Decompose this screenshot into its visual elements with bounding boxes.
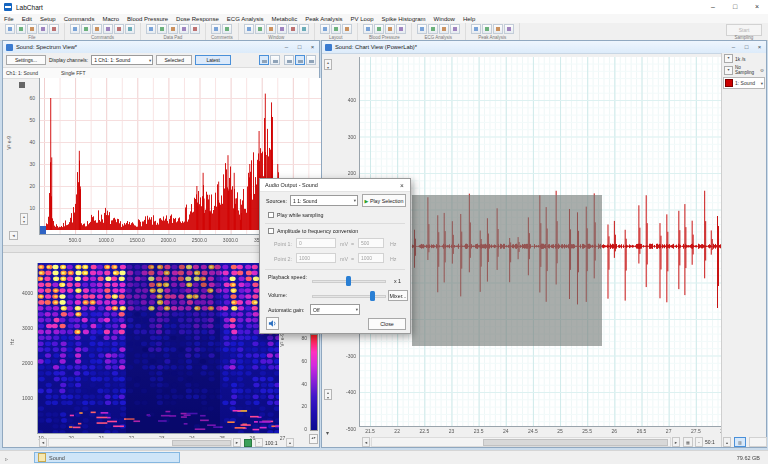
new-file-icon[interactable] <box>5 24 15 34</box>
point1-value-field[interactable]: 0 <box>296 238 336 248</box>
menu-metabolic[interactable]: Metabolic <box>267 16 301 22</box>
print-icon[interactable] <box>38 24 48 34</box>
peak-report-icon[interactable] <box>504 24 514 34</box>
peak-settings-icon[interactable] <box>471 24 481 34</box>
scroll-follow-button[interactable]: ▥ <box>734 437 746 447</box>
menu-macro[interactable]: Macro <box>98 16 123 22</box>
bp-report-icon[interactable] <box>396 24 406 34</box>
spectrogram-plot[interactable] <box>38 263 279 433</box>
maximize-icon[interactable]: □ <box>724 0 746 14</box>
gear-icon[interactable]: ⚙ <box>760 68 764 73</box>
stack-view-icon[interactable] <box>259 55 269 65</box>
menu-help[interactable]: Help <box>459 16 479 22</box>
ecg-view-icon[interactable] <box>428 24 438 34</box>
menu-dose-response[interactable]: Dose Response <box>172 16 223 22</box>
menu-commands[interactable]: Commands <box>60 16 99 22</box>
chart-window-titlebar[interactable]: Sound: Chart View (PowerLab)* – □ × <box>322 41 766 54</box>
peak-table-icon[interactable] <box>493 24 503 34</box>
find-icon[interactable] <box>81 24 91 34</box>
colorbar-spinner[interactable]: ▴▾ <box>309 434 318 444</box>
layout-single-icon[interactable] <box>320 24 330 34</box>
close-icon[interactable]: × <box>753 42 766 53</box>
zoom-in-icon[interactable]: ▴ <box>723 437 731 447</box>
scroll-left-icon[interactable]: ◄ <box>362 437 370 447</box>
menu-setup[interactable]: Setup <box>36 16 60 22</box>
fft-scale-spinner[interactable]: ▴▾ <box>20 213 28 225</box>
maximize-icon[interactable]: □ <box>740 42 753 53</box>
scrollbar-thumb[interactable] <box>483 439 668 446</box>
channel-options-button[interactable] <box>19 82 25 88</box>
ecg-report-icon[interactable] <box>450 24 460 34</box>
marker-icon[interactable] <box>114 24 124 34</box>
point2-freq-field[interactable]: 1000 <box>358 253 384 263</box>
volume-thumb[interactable] <box>370 291 375 301</box>
selected-button[interactable]: Selected <box>156 55 192 65</box>
amplitude-spinner-top[interactable]: ▴▾ <box>324 59 332 70</box>
play-while-sampling-checkbox[interactable] <box>268 212 274 218</box>
chart-scrollbar[interactable] <box>371 437 671 447</box>
dialog-close-button[interactable]: Close <box>368 318 406 330</box>
peak-view-icon[interactable] <box>482 24 492 34</box>
scroll-right-icon[interactable]: ► <box>672 437 680 447</box>
select-icon[interactable] <box>103 24 113 34</box>
ecg-table-icon[interactable] <box>439 24 449 34</box>
amplitude-spinner-bottom[interactable]: ▴▾ <box>324 389 332 400</box>
amp-freq-checkbox[interactable] <box>268 228 274 234</box>
datapad-clear-icon[interactable] <box>179 24 189 34</box>
menu-window[interactable]: Window <box>430 16 459 22</box>
autoscale-icon[interactable] <box>295 55 305 65</box>
save-icon[interactable] <box>27 24 37 34</box>
datapad-export-icon[interactable] <box>190 24 200 34</box>
chevron-down-icon[interactable]: ▾ <box>761 81 763 86</box>
layout-split-icon[interactable] <box>331 24 341 34</box>
point2-value-field[interactable]: 1000 <box>296 253 336 263</box>
menu-spike-histogram[interactable]: Spike Histogram <box>378 16 430 22</box>
spectrogram-scrollbar[interactable] <box>48 438 232 447</box>
zoom-out-icon[interactable]: − <box>255 438 263 447</box>
close-icon[interactable]: × <box>394 182 410 189</box>
scroll-left-icon[interactable]: ◄ <box>39 438 47 447</box>
bp-view-icon[interactable] <box>374 24 384 34</box>
add-comment-icon[interactable] <box>70 24 80 34</box>
chart-view-icon[interactable] <box>266 24 276 34</box>
channel-row[interactable]: 1: Sound ▾ <box>723 77 765 89</box>
minimize-icon[interactable]: – <box>280 42 293 53</box>
bp-table-icon[interactable] <box>385 24 395 34</box>
channel-select[interactable]: 1 Ch1: 1: Sound ▾ <box>91 55 153 65</box>
bp-settings-icon[interactable] <box>363 24 373 34</box>
dialog-titlebar[interactable]: Audio Output - Sound × <box>260 179 410 192</box>
speaker-button[interactable] <box>266 317 279 330</box>
rate-dropdown-icon[interactable]: ▾ <box>724 54 733 63</box>
layout-grid-icon[interactable] <box>342 24 352 34</box>
spectrogram-mode-icon[interactable] <box>244 439 252 447</box>
scrollbar-thumb[interactable] <box>172 440 231 446</box>
menu-pv-loop[interactable]: PV Loop <box>347 16 378 22</box>
point1-freq-field[interactable]: 500 <box>358 238 384 248</box>
menu-blood-pressure[interactable]: Blood Pressure <box>123 16 172 22</box>
menu-file[interactable]: File <box>0 16 18 22</box>
cursor-mode-icon[interactable] <box>306 55 316 65</box>
maximize-icon[interactable]: □ <box>293 42 306 53</box>
grid-toggle-icon[interactable] <box>284 55 294 65</box>
minimize-icon[interactable]: – <box>727 42 740 53</box>
close-icon[interactable]: × <box>306 42 319 53</box>
auto-gain-select[interactable]: Off ▾ <box>310 304 360 315</box>
play-selection-button[interactable]: ▶ Play Selection <box>362 194 406 207</box>
zoom-out-icon[interactable]: − <box>695 437 703 447</box>
source-select[interactable]: 1 1: Sound ▾ <box>290 195 358 206</box>
app-titlebar[interactable]: LabChart – □ × <box>0 0 768 14</box>
datapad-options-icon[interactable] <box>168 24 178 34</box>
menu-peak-analysis[interactable]: Peak Analysis <box>301 16 346 22</box>
comment-list-icon[interactable] <box>222 24 232 34</box>
overlay-view-icon[interactable] <box>270 55 280 65</box>
ecg-settings-icon[interactable] <box>417 24 427 34</box>
settings-button[interactable]: Settings... <box>6 55 46 65</box>
goto-icon[interactable] <box>92 24 102 34</box>
minimize-icon[interactable]: – <box>702 0 724 14</box>
datapad-view-icon[interactable] <box>146 24 156 34</box>
document-tab-sound[interactable]: Sound <box>34 452 180 463</box>
pin-icon[interactable]: ▹ <box>5 455 8 462</box>
datapad-add-icon[interactable] <box>157 24 167 34</box>
comment-add-icon[interactable] <box>211 24 221 34</box>
view-options-icon[interactable]: ▦ <box>683 437 693 447</box>
